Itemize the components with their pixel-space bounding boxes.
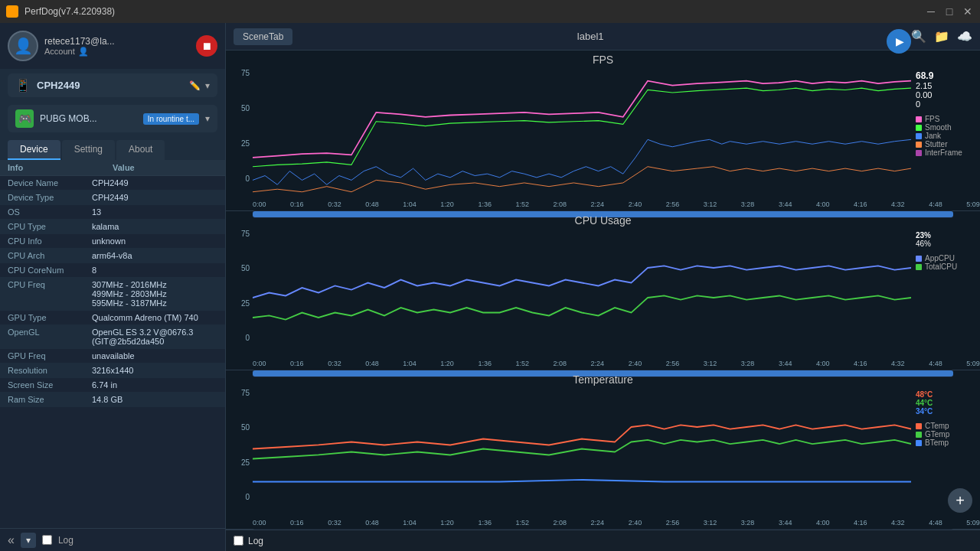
fps-chart-wrapper: 75 50 25 0	[226, 67, 980, 198]
info-key: Device Name	[8, 178, 92, 187]
log-checkbox[interactable]	[42, 535, 52, 545]
app-container: 👤 retece1173@la... Account 👤 ⏹ 📱 CPH2449…	[0, 23, 980, 551]
charts-area: FPS 75 50 25 0	[226, 51, 980, 530]
table-row: Device Name CPH2449	[0, 176, 225, 191]
info-value: 14.8 GB	[92, 395, 217, 404]
table-row: Resolution 3216x1440	[0, 364, 225, 378]
account-row: Account 👤	[44, 47, 190, 57]
scene-tab-button[interactable]: SceneTab	[234, 28, 292, 45]
fps-chart-body	[253, 67, 911, 198]
cpu-chart-body	[253, 228, 911, 357]
edit-icon[interactable]: ✏️	[189, 80, 201, 91]
info-key: CPU CoreNum	[8, 266, 92, 275]
device-row[interactable]: 📱 CPH2449 ✏️ ▾	[8, 73, 217, 97]
tab-device[interactable]: Device	[8, 140, 60, 160]
cpu-y-axis: 75 50 25 0	[226, 228, 253, 357]
info-value: unknown	[92, 236, 217, 246]
info-key: CPU Info	[8, 236, 92, 246]
info-key: CPU Arch	[8, 251, 92, 260]
cpu-legend: 23% 46% AppCPU TotalCPU	[911, 228, 980, 357]
info-value: 307MHz - 2016MHz499MHz - 2803MHz595MHz -…	[92, 280, 217, 308]
user-header: 👤 retece1173@la... Account 👤 ⏹	[0, 23, 225, 69]
table-row: Device Type CPH2449	[0, 191, 225, 205]
device-actions: ✏️ ▾	[189, 80, 210, 91]
fps-y-axis: 75 50 25 0	[226, 67, 253, 198]
log-label: Log	[58, 535, 74, 546]
record-button[interactable]: ⏹	[196, 35, 217, 57]
close-button[interactable]: ✕	[962, 5, 974, 18]
info-key: Resolution	[8, 366, 92, 375]
info-key: Device Type	[8, 193, 92, 202]
table-row: Screen Size 6.74 in	[0, 378, 225, 393]
fps-chart-svg	[253, 67, 911, 198]
table-row: CPU Info unknown	[0, 234, 225, 249]
app-icon	[6, 5, 18, 18]
tab-about[interactable]: About	[116, 140, 165, 160]
info-key: OpenGL	[8, 328, 92, 337]
device-name-display: CPH2449	[37, 80, 183, 91]
log-bottom-bar: Log	[226, 530, 980, 551]
maximize-button[interactable]: □	[943, 5, 956, 18]
app-chevron-icon[interactable]: ▾	[205, 113, 210, 124]
info-value: 8	[92, 266, 217, 275]
temp-x-axis: 0:000:160:320:481:041:201:361:522:082:24…	[226, 517, 980, 529]
info-key: CPU Type	[8, 222, 92, 231]
info-value: 6.74 in	[92, 380, 217, 390]
titlebar-controls: ─ □ ✕	[925, 5, 974, 18]
cpu-chart-svg	[253, 228, 911, 357]
log-bottom-label: Log	[248, 536, 263, 546]
person-icon: 👤	[78, 47, 89, 57]
add-chart-button[interactable]: +	[948, 488, 972, 513]
info-key: Ram Size	[8, 395, 92, 404]
log-dropdown-btn[interactable]: ▾	[21, 533, 36, 548]
table-row: Ram Size 14.8 GB	[0, 393, 225, 407]
chevron-down-icon[interactable]: ▾	[205, 80, 210, 91]
temp-scrollbar[interactable]	[253, 529, 953, 530]
info-key: CPU Freq	[8, 280, 92, 289]
play-button[interactable]	[887, 29, 911, 54]
info-rows-container: Device Name CPH2449 Device Type CPH2449 …	[0, 176, 225, 407]
table-row: GPU Type Qualcomm Adreno (TM) 740	[0, 311, 225, 325]
avatar: 👤	[8, 31, 38, 61]
user-info: retece1173@la... Account 👤	[44, 36, 190, 57]
temp-chart-section: Temperature 75 50 25 0	[226, 370, 980, 530]
info-col-header: Info	[8, 163, 113, 172]
folder-icon[interactable]: 📁	[934, 29, 949, 44]
table-row: CPU Type kalama	[0, 220, 225, 234]
info-key: GPU Type	[8, 313, 92, 322]
info-value: CPH2449	[92, 193, 217, 202]
info-value: 13	[92, 207, 217, 217]
cloud-icon[interactable]: ☁️	[957, 29, 972, 44]
right-topbar: SceneTab label1 📍 🔍 📁 ☁️	[226, 23, 980, 51]
bottom-bar: « ▾ Log	[0, 528, 225, 551]
log-bottom-checkbox[interactable]	[234, 536, 243, 546]
app-row[interactable]: 🎮 PUBG MOB... In rountine t... ▾	[8, 105, 217, 132]
cpu-chart-title: CPU Usage	[226, 214, 980, 227]
titlebar: PerfDog(v7.4.220938) ─ □ ✕	[0, 0, 980, 23]
app-status-badge: In rountine t...	[143, 113, 199, 125]
cpu-chart-section: CPU Usage 75 50 25 0	[226, 211, 980, 370]
titlebar-title: PerfDog(v7.4.220938)	[24, 6, 919, 17]
collapse-button[interactable]: «	[8, 533, 15, 547]
search-icon[interactable]: 🔍	[911, 29, 926, 44]
temp-chart-svg	[253, 387, 911, 517]
table-row: GPU Freq unavailable	[0, 349, 225, 364]
left-panel: 👤 retece1173@la... Account 👤 ⏹ 📱 CPH2449…	[0, 23, 226, 551]
fps-x-axis: 0:000:160:320:481:041:201:361:522:082:24…	[226, 198, 980, 210]
info-value: OpenGL ES 3.2 V@0676.3 (GIT@2b5d2da450	[92, 328, 217, 346]
app-icon-box: 🎮	[15, 109, 34, 128]
cpu-x-axis: 0:000:160:320:481:041:201:361:522:082:24…	[226, 357, 980, 370]
temp-chart-title: Temperature	[226, 373, 980, 386]
info-table: Info Value Device Name CPH2449 Device Ty…	[0, 160, 225, 528]
table-row: CPU Arch arm64-v8a	[0, 249, 225, 263]
info-value: unavailable	[92, 351, 217, 360]
temp-chart-body	[253, 387, 911, 517]
fps-legend: 68.9 2.15 0.00 0 FPS Smooth Jank Stutter…	[911, 67, 980, 198]
temp-chart-wrapper: 75 50 25 0	[226, 387, 980, 517]
tab-setting[interactable]: Setting	[62, 140, 115, 160]
info-value: arm64-v8a	[92, 251, 217, 260]
table-row: CPU CoreNum 8	[0, 263, 225, 278]
tab-bar: Device Setting About	[8, 140, 217, 160]
minimize-button[interactable]: ─	[925, 5, 937, 18]
info-value: 3216x1440	[92, 366, 217, 375]
